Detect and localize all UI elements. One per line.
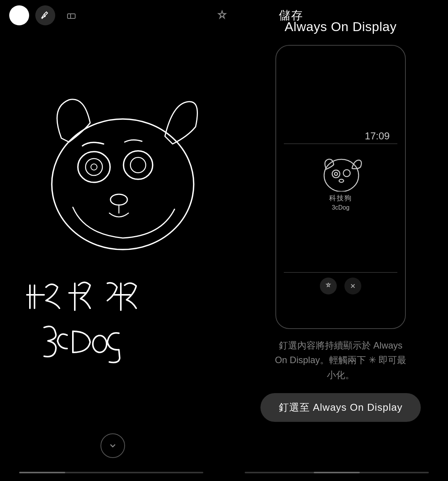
svg-point-5	[86, 159, 102, 175]
svg-point-7	[124, 151, 153, 179]
eraser-tool-button[interactable]	[61, 5, 81, 25]
scroll-indicator-left	[19, 472, 65, 473]
pin-aod-button[interactable]: 釘選至 Always On Display	[260, 393, 421, 422]
phone-divider-top	[284, 144, 397, 144]
svg-point-8	[130, 157, 146, 173]
scroll-bar-right	[245, 472, 429, 473]
scroll-bar-left	[19, 472, 203, 473]
phone-bottom-buttons	[320, 278, 361, 294]
phone-mockup: 17:09 科技狗 3cDog	[275, 45, 406, 329]
pen-tool-button[interactable]	[35, 5, 55, 25]
dog-drawing-mini	[318, 153, 364, 192]
save-button[interactable]: 儲存	[279, 8, 303, 23]
toolbar: 儲存	[0, 0, 448, 31]
pin-icon	[217, 10, 227, 21]
phone-text-mini: 科技狗 3cDog	[329, 193, 352, 211]
chevron-down-button[interactable]	[100, 433, 125, 458]
drawing-area	[0, 0, 238, 481]
svg-point-19	[93, 336, 107, 352]
right-panel: Always On Display 17:09 科技狗 3cDog	[233, 0, 448, 481]
svg-point-4	[78, 152, 110, 182]
svg-point-24	[339, 179, 344, 182]
phone-time: 17:09	[365, 130, 390, 142]
svg-point-22	[334, 172, 338, 175]
scroll-indicator-right	[314, 472, 360, 473]
phone-pin-button[interactable]	[320, 278, 337, 294]
svg-point-9	[110, 194, 127, 205]
svg-point-0	[15, 11, 24, 20]
phone-divider-bottom	[284, 272, 397, 273]
color-picker-button[interactable]	[9, 5, 29, 25]
phone-close-button[interactable]	[344, 278, 361, 294]
toolbar-center: 儲存	[81, 8, 439, 23]
svg-point-21	[332, 170, 340, 178]
toolbar-left	[9, 5, 81, 25]
text-drawing-large	[23, 274, 215, 374]
svg-rect-1	[68, 14, 75, 18]
svg-point-23	[343, 170, 350, 177]
svg-point-6	[91, 164, 97, 170]
description-text: 釘選內容將持續顯示於 Always On Display。輕觸兩下 ✳ 即可最小…	[268, 338, 413, 382]
